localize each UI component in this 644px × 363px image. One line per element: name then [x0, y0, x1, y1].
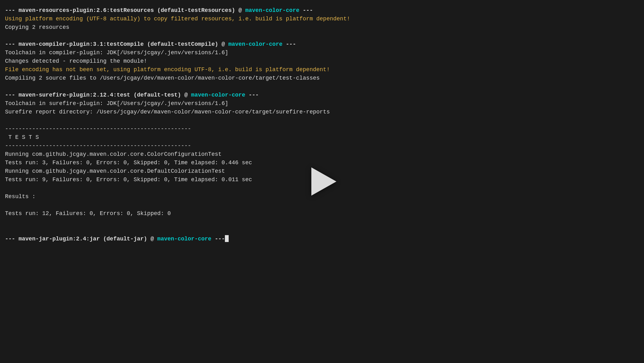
line10: Toolchain in surefire-plugin: JDK[/Users…: [5, 99, 639, 108]
line14: ----------------------------------------…: [5, 142, 639, 150]
line12: ----------------------------------------…: [5, 125, 639, 133]
line15: Running com.github.jcgay.maven.color.cor…: [5, 150, 639, 159]
line11: Surefire report directory: /Users/jcgay/…: [5, 108, 639, 116]
line20: Tests run: 12, Failures: 0, Errors: 0, S…: [5, 209, 639, 218]
line7: File encoding has not been set, using pl…: [5, 66, 639, 74]
empty6: [5, 218, 639, 226]
play-icon: [311, 167, 336, 196]
cursor: [225, 235, 229, 242]
empty3: [5, 116, 639, 125]
terminal-window: --- maven-resources-plugin:2.6:testResou…: [0, 0, 644, 363]
empty5: [5, 201, 639, 209]
line13: T E S T S: [5, 133, 639, 142]
play-button[interactable]: [303, 163, 341, 200]
empty7: [5, 226, 639, 235]
line8: Compiling 2 source files to /Users/jcgay…: [5, 74, 639, 82]
line6: Changes detected - recompiling the modul…: [5, 57, 639, 66]
empty2: [5, 82, 639, 91]
line4: --- maven-compiler-plugin:3.1:testCompil…: [5, 40, 639, 49]
line9: --- maven-surefire-plugin:2.12.4:test (d…: [5, 91, 639, 99]
line3: Copying 2 resources: [5, 23, 639, 32]
line5: Toolchain in compiler-plugin: JDK[/Users…: [5, 49, 639, 57]
line2: Using platform encoding (UTF-8 actually)…: [5, 15, 639, 23]
line21: --- maven-jar-plugin:2.4:jar (default-ja…: [5, 235, 639, 243]
line1: --- maven-resources-plugin:2.6:testResou…: [5, 6, 639, 15]
empty1: [5, 32, 639, 40]
